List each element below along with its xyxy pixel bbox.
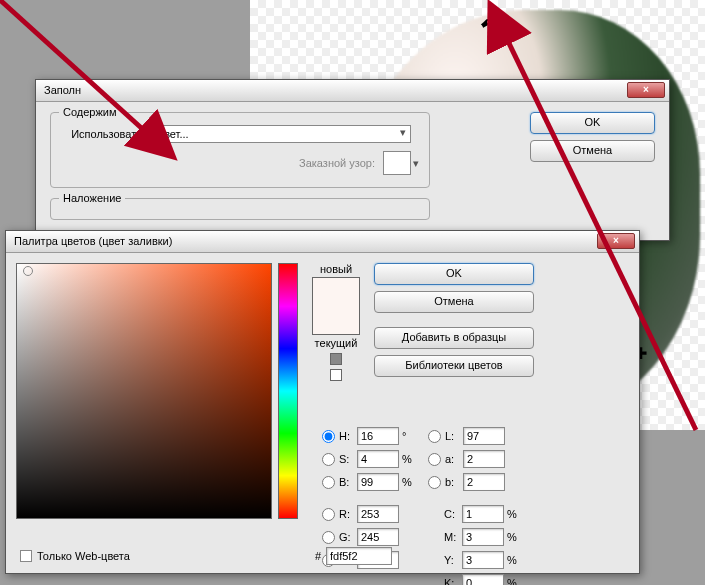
use-label: Использовать: xyxy=(61,128,145,140)
radio-g[interactable] xyxy=(322,531,335,544)
web-only-label: Только Web-цвета xyxy=(37,550,130,562)
radio-l[interactable] xyxy=(428,430,441,443)
radio-b[interactable] xyxy=(322,476,335,489)
radio-h[interactable] xyxy=(322,430,335,443)
pattern-swatch[interactable] xyxy=(383,151,411,175)
hue-slider[interactable] xyxy=(278,263,298,519)
cancel-button[interactable]: Отмена xyxy=(530,140,655,162)
saturation-value-field[interactable] xyxy=(16,263,272,519)
s-field[interactable] xyxy=(357,450,399,468)
add-swatch-button[interactable]: Добавить в образцы xyxy=(374,327,534,349)
y-field[interactable] xyxy=(462,551,504,569)
radio-r[interactable] xyxy=(322,508,335,521)
cancel-button[interactable]: Отмена xyxy=(374,291,534,313)
fill-title: Заполн xyxy=(44,84,81,96)
radio-a[interactable] xyxy=(428,453,441,466)
r-field[interactable] xyxy=(357,505,399,523)
m-field[interactable] xyxy=(462,528,504,546)
blend-legend: Наложение xyxy=(59,192,125,204)
new-label: новый xyxy=(312,263,360,275)
fill-titlebar[interactable]: Заполн × xyxy=(36,80,669,102)
web-only-checkbox[interactable] xyxy=(20,550,32,562)
picker-title: Палитра цветов (цвет заливки) xyxy=(14,235,172,247)
close-icon[interactable]: × xyxy=(597,233,635,249)
g-field[interactable] xyxy=(357,528,399,546)
bright-field[interactable] xyxy=(357,473,399,491)
l-field[interactable] xyxy=(463,427,505,445)
radio-s[interactable] xyxy=(322,453,335,466)
ok-button[interactable]: OK xyxy=(530,112,655,134)
color-picker-dialog: Палитра цветов (цвет заливки) × новый те… xyxy=(5,230,640,574)
radio-bb[interactable] xyxy=(428,476,441,489)
picker-titlebar[interactable]: Палитра цветов (цвет заливки) × xyxy=(6,231,639,253)
cube-icon[interactable] xyxy=(330,353,342,365)
close-icon[interactable]: × xyxy=(627,82,665,98)
gamut-warn-icon[interactable] xyxy=(330,369,342,381)
k-field[interactable] xyxy=(462,574,504,585)
custom-pattern-label: Заказной узор: xyxy=(299,157,375,169)
sv-cursor xyxy=(23,266,33,276)
ok-button[interactable]: OK xyxy=(374,263,534,285)
fill-dialog: Заполн × Содержим Использовать: Цвет... … xyxy=(35,79,670,241)
color-libraries-button[interactable]: Библиотеки цветов xyxy=(374,355,534,377)
h-field[interactable] xyxy=(357,427,399,445)
content-legend: Содержим xyxy=(59,106,121,118)
use-dropdown[interactable]: Цвет... xyxy=(151,125,411,143)
current-label: текущий xyxy=(312,337,360,349)
hex-field[interactable] xyxy=(326,547,392,565)
c-field[interactable] xyxy=(462,505,504,523)
lab-b-field[interactable] xyxy=(463,473,505,491)
a-field[interactable] xyxy=(463,450,505,468)
color-preview xyxy=(312,277,360,335)
hash-label: # xyxy=(315,550,321,562)
